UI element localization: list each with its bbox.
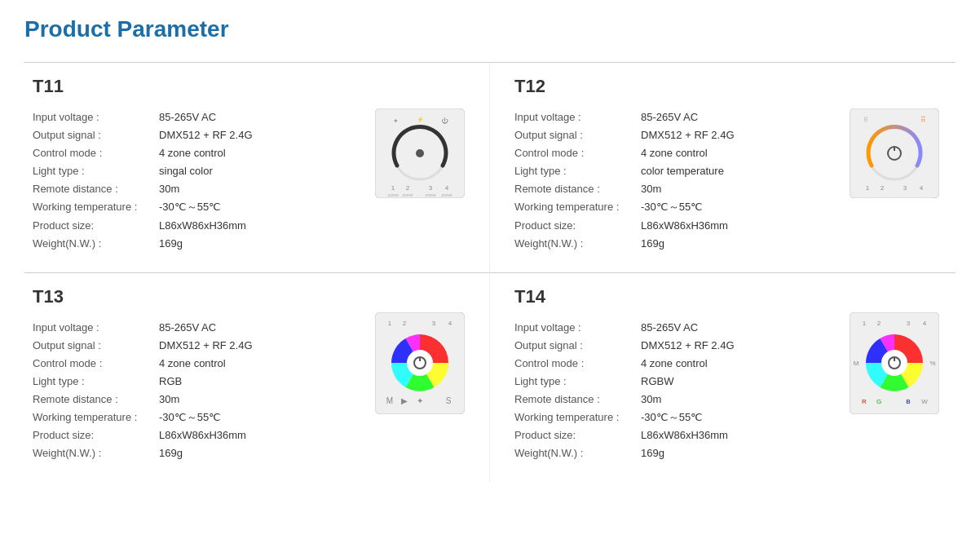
spec-row: Working temperature :-30℃～55℃ [33, 409, 359, 426]
spec-label: Light type : [33, 373, 159, 391]
spec-row: Input voltage :85-265V AC [514, 108, 833, 126]
product-section-t13: T13Input voltage :85-265V ACOutput signa… [24, 272, 490, 483]
svg-text:zone: zone [441, 192, 452, 197]
spec-label: Output signal : [33, 126, 159, 144]
spec-row: Remote distance :30m [33, 391, 359, 409]
spec-row: Remote distance :30m [33, 180, 359, 198]
spec-row: Remote distance :30m [514, 391, 833, 409]
page-title: Product Parameter [24, 16, 956, 42]
spec-label: Control mode : [33, 144, 159, 162]
spec-value: -30℃～55℃ [159, 409, 221, 426]
spec-label: Light type : [514, 162, 641, 180]
svg-text:3: 3 [903, 184, 907, 192]
svg-point-44 [881, 350, 907, 376]
svg-text:S: S [446, 396, 452, 405]
svg-text:M: M [386, 396, 393, 405]
spec-value: 30m [159, 180, 179, 198]
svg-text:1: 1 [863, 320, 867, 327]
product-content-t13: Input voltage :85-265V ACOutput signal :… [33, 319, 465, 463]
spec-row: Product size:L86xW86xH36mm [514, 217, 833, 235]
svg-text:3: 3 [907, 320, 911, 327]
svg-text:✦: ✦ [417, 396, 423, 405]
svg-text:2: 2 [403, 320, 407, 327]
svg-text:1: 1 [388, 320, 392, 327]
spec-row: Product size:L86xW86xH36mm [33, 426, 359, 444]
svg-text:2: 2 [877, 320, 881, 327]
specs-table-t11: Input voltage :85-265V ACOutput signal :… [33, 108, 359, 253]
svg-text:zone: zone [402, 192, 413, 197]
spec-value: DMX512 + RF 2.4G [641, 126, 735, 144]
spec-label: Weight(N.W.) : [514, 444, 641, 462]
svg-text:3: 3 [432, 320, 436, 327]
spec-value: 85-265V AC [159, 319, 216, 337]
spec-row: Light type :RGBW [514, 373, 833, 391]
svg-text:zone: zone [387, 192, 399, 197]
spec-value: L86xW86xH36mm [159, 426, 246, 444]
spec-label: Input voltage : [33, 108, 159, 126]
spec-label: Product size: [33, 426, 159, 444]
products-grid: T11Input voltage :85-265V ACOutput signa… [24, 62, 956, 483]
spec-row: Input voltage :85-265V AC [514, 319, 833, 337]
product-title-t14: T14 [514, 286, 939, 307]
spec-row: Remote distance :30m [514, 180, 833, 198]
spec-value: DMX512 + RF 2.4G [159, 337, 253, 355]
svg-text:G: G [876, 398, 881, 405]
spec-row: Light type :color temperature [514, 162, 833, 180]
svg-text:4: 4 [448, 320, 452, 327]
spec-value: 30m [641, 180, 661, 198]
spec-value: DMX512 + RF 2.4G [641, 337, 735, 355]
svg-text:W: W [921, 398, 928, 405]
spec-row: Weight(N.W.) :169g [33, 235, 359, 253]
spec-label: Remote distance : [33, 391, 159, 409]
spec-label: Control mode : [33, 355, 159, 373]
spec-value: 85-265V AC [159, 108, 216, 126]
svg-text:R: R [862, 398, 867, 405]
spec-row: Output signal :DMX512 + RF 2.4G [514, 126, 833, 144]
svg-text:4: 4 [920, 184, 924, 192]
spec-row: Product size:L86xW86xH36mm [514, 426, 833, 444]
spec-value: 169g [159, 235, 183, 253]
spec-label: Light type : [514, 373, 641, 391]
svg-text:M: M [854, 360, 859, 367]
spec-label: Weight(N.W.) : [514, 235, 641, 253]
spec-row: Output signal :DMX512 + RF 2.4G [33, 126, 359, 144]
spec-value: L86xW86xH36mm [159, 217, 246, 235]
spec-row: Input voltage :85-265V AC [33, 319, 359, 337]
spec-label: Remote distance : [33, 180, 159, 198]
spec-value: 169g [641, 444, 664, 462]
device-image-t12: ⠿ ⠿ 1 2 3 4 [850, 108, 939, 198]
spec-label: Remote distance : [514, 391, 641, 409]
spec-label: Product size: [33, 217, 159, 235]
spec-label: Control mode : [514, 355, 641, 373]
spec-label: Remote distance : [514, 180, 641, 198]
svg-text:4: 4 [923, 320, 927, 327]
spec-row: Control mode :4 zone control [514, 144, 833, 162]
spec-row: Output signal :DMX512 + RF 2.4G [514, 337, 833, 355]
spec-value: singal color [159, 162, 213, 180]
spec-row: Light type :RGB [33, 373, 359, 391]
spec-value: 169g [641, 235, 664, 253]
device-image-t14: 1 2 3 4 M % R G B W [850, 319, 939, 409]
svg-text:4: 4 [445, 184, 449, 192]
spec-value: 4 zone control [641, 355, 708, 373]
svg-text:zone: zone [425, 192, 436, 197]
spec-label: Output signal : [514, 126, 641, 144]
svg-point-5 [416, 149, 424, 157]
product-content-t12: Input voltage :85-265V ACOutput signal :… [514, 108, 939, 253]
product-title-t12: T12 [514, 76, 939, 97]
spec-value: -30℃～55℃ [641, 198, 703, 216]
specs-table-t13: Input voltage :85-265V ACOutput signal :… [33, 319, 359, 463]
spec-value: 85-265V AC [641, 108, 698, 126]
spec-label: Product size: [514, 426, 641, 444]
svg-text:2: 2 [881, 184, 885, 192]
product-title-t13: T13 [33, 286, 465, 307]
svg-text:3: 3 [429, 184, 433, 192]
svg-text:2: 2 [406, 184, 410, 192]
product-section-t11: T11Input voltage :85-265V ACOutput signa… [24, 62, 490, 272]
spec-label: Light type : [33, 162, 159, 180]
device-image-t11: ✦ ⚡ ⏻ 1 2 3 4 zone zone zone zone [375, 108, 465, 198]
spec-label: Working temperature : [514, 198, 641, 216]
spec-row: Weight(N.W.) :169g [514, 235, 833, 253]
product-section-t14: T14Input voltage :85-265V ACOutput signa… [490, 272, 956, 483]
spec-row: Working temperature :-30℃～55℃ [514, 409, 833, 426]
